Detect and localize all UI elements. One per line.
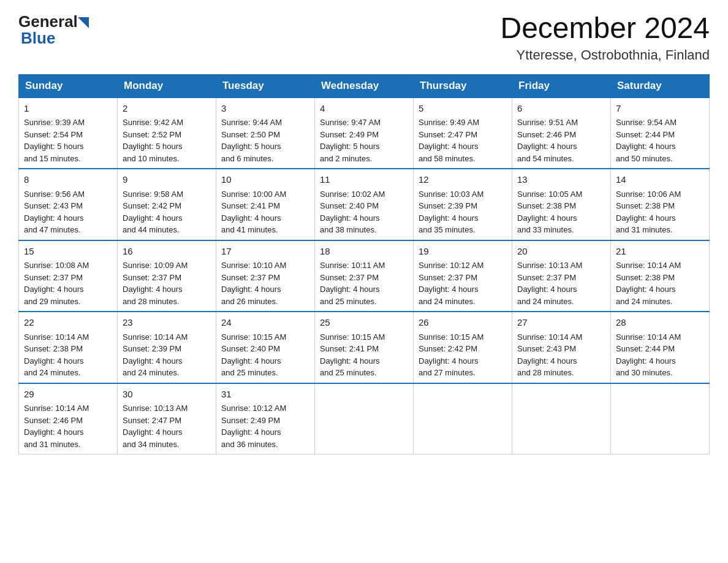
day-number: 15 xyxy=(24,245,112,259)
day-sunrise: Sunrise: 10:14 AM xyxy=(24,404,89,413)
day-daylight: Daylight: 4 hours xyxy=(320,285,380,294)
day-sunset: Sunset: 2:38 PM xyxy=(616,273,675,282)
day-number: 28 xyxy=(616,316,704,330)
day-sunset: Sunset: 2:47 PM xyxy=(123,416,181,425)
day-daylight2: and 29 minutes. xyxy=(24,297,81,306)
day-number: 31 xyxy=(221,388,309,402)
calendar-week-row: 15 Sunrise: 10:08 AM Sunset: 2:37 PM Day… xyxy=(19,240,710,312)
table-row: 27 Sunrise: 10:14 AM Sunset: 2:43 PM Day… xyxy=(512,312,611,383)
day-sunrise: Sunrise: 9:47 AM xyxy=(320,118,381,127)
day-sunset: Sunset: 2:38 PM xyxy=(517,201,576,210)
day-daylight: Daylight: 4 hours xyxy=(320,213,380,223)
col-thursday: Thursday xyxy=(414,74,512,98)
calendar-week-row: 8 Sunrise: 9:56 AM Sunset: 2:43 PM Dayli… xyxy=(19,169,710,240)
day-sunset: Sunset: 2:44 PM xyxy=(616,130,675,139)
day-daylight: Daylight: 4 hours xyxy=(517,142,577,151)
day-sunrise: Sunrise: 10:08 AM xyxy=(24,261,89,270)
day-number: 6 xyxy=(517,102,605,116)
table-row: 4 Sunrise: 9:47 AM Sunset: 2:49 PM Dayli… xyxy=(315,98,414,169)
table-row: 28 Sunrise: 10:14 AM Sunset: 2:44 PM Day… xyxy=(611,312,710,383)
day-number: 21 xyxy=(616,245,704,259)
day-number: 18 xyxy=(320,245,408,259)
day-number: 1 xyxy=(24,102,112,116)
day-number: 19 xyxy=(419,245,507,259)
day-sunrise: Sunrise: 10:02 AM xyxy=(320,190,385,199)
day-sunset: Sunset: 2:54 PM xyxy=(24,130,83,139)
calendar-week-row: 22 Sunrise: 10:14 AM Sunset: 2:38 PM Day… xyxy=(19,312,710,383)
day-number: 3 xyxy=(221,102,309,116)
day-daylight2: and 50 minutes. xyxy=(616,154,673,163)
col-sunday: Sunday xyxy=(19,74,118,98)
day-daylight2: and 2 minutes. xyxy=(320,154,372,163)
day-daylight: Daylight: 5 hours xyxy=(320,142,380,151)
day-daylight2: and 26 minutes. xyxy=(221,297,278,306)
day-daylight: Daylight: 4 hours xyxy=(616,142,676,151)
day-daylight: Daylight: 4 hours xyxy=(24,427,84,437)
table-row xyxy=(315,383,414,454)
day-daylight2: and 31 minutes. xyxy=(24,440,81,449)
col-saturday: Saturday xyxy=(611,74,710,98)
day-sunset: Sunset: 2:39 PM xyxy=(419,201,477,210)
calendar-week-row: 1 Sunrise: 9:39 AM Sunset: 2:54 PM Dayli… xyxy=(19,98,710,169)
day-daylight: Daylight: 4 hours xyxy=(123,213,183,223)
day-daylight2: and 54 minutes. xyxy=(517,154,574,163)
col-friday: Friday xyxy=(512,74,611,98)
day-daylight2: and 58 minutes. xyxy=(419,154,476,163)
table-row: 3 Sunrise: 9:44 AM Sunset: 2:50 PM Dayli… xyxy=(216,98,315,169)
day-sunrise: Sunrise: 9:44 AM xyxy=(221,118,282,127)
day-daylight: Daylight: 4 hours xyxy=(221,356,281,366)
day-sunrise: Sunrise: 9:54 AM xyxy=(616,118,677,127)
day-sunset: Sunset: 2:42 PM xyxy=(123,201,181,210)
day-sunset: Sunset: 2:40 PM xyxy=(221,344,280,353)
day-daylight: Daylight: 4 hours xyxy=(221,213,281,223)
day-sunrise: Sunrise: 10:12 AM xyxy=(221,404,286,413)
day-sunset: Sunset: 2:37 PM xyxy=(221,273,280,282)
day-number: 10 xyxy=(221,173,309,187)
table-row: 10 Sunrise: 10:00 AM Sunset: 2:41 PM Day… xyxy=(216,169,315,240)
day-sunset: Sunset: 2:37 PM xyxy=(320,273,379,282)
day-sunset: Sunset: 2:41 PM xyxy=(320,344,379,353)
day-sunset: Sunset: 2:37 PM xyxy=(419,273,477,282)
day-sunrise: Sunrise: 10:14 AM xyxy=(24,332,89,342)
logo-arrow-icon xyxy=(78,15,89,28)
day-number: 14 xyxy=(616,173,704,187)
day-daylight: Daylight: 4 hours xyxy=(419,285,479,294)
day-daylight: Daylight: 4 hours xyxy=(24,285,84,294)
table-row: 7 Sunrise: 9:54 AM Sunset: 2:44 PM Dayli… xyxy=(611,98,710,169)
table-row: 9 Sunrise: 9:58 AM Sunset: 2:42 PM Dayli… xyxy=(118,169,216,240)
day-sunrise: Sunrise: 9:58 AM xyxy=(123,190,183,199)
day-sunrise: Sunrise: 10:03 AM xyxy=(419,190,483,199)
day-number: 27 xyxy=(517,316,605,330)
day-number: 25 xyxy=(320,316,408,330)
day-sunset: Sunset: 2:37 PM xyxy=(123,273,181,282)
day-number: 11 xyxy=(320,173,408,187)
day-sunset: Sunset: 2:46 PM xyxy=(24,416,83,425)
day-number: 17 xyxy=(221,245,309,259)
day-sunrise: Sunrise: 10:11 AM xyxy=(320,261,385,270)
day-daylight: Daylight: 4 hours xyxy=(123,356,183,366)
table-row: 21 Sunrise: 10:14 AM Sunset: 2:38 PM Day… xyxy=(611,240,710,312)
day-sunrise: Sunrise: 10:13 AM xyxy=(517,261,582,270)
day-daylight: Daylight: 4 hours xyxy=(616,213,676,223)
day-number: 9 xyxy=(123,173,211,187)
table-row: 11 Sunrise: 10:02 AM Sunset: 2:40 PM Day… xyxy=(315,169,414,240)
day-sunset: Sunset: 2:43 PM xyxy=(24,201,83,210)
day-sunset: Sunset: 2:44 PM xyxy=(616,344,675,353)
day-sunrise: Sunrise: 10:05 AM xyxy=(517,190,582,199)
table-row: 29 Sunrise: 10:14 AM Sunset: 2:46 PM Day… xyxy=(19,383,118,454)
table-row: 30 Sunrise: 10:13 AM Sunset: 2:47 PM Day… xyxy=(118,383,216,454)
day-daylight: Daylight: 5 hours xyxy=(123,142,183,151)
day-sunset: Sunset: 2:39 PM xyxy=(123,344,181,353)
day-daylight: Daylight: 4 hours xyxy=(419,142,479,151)
day-daylight: Daylight: 4 hours xyxy=(517,285,577,294)
day-daylight: Daylight: 4 hours xyxy=(24,356,84,366)
table-row: 22 Sunrise: 10:14 AM Sunset: 2:38 PM Day… xyxy=(19,312,118,383)
col-monday: Monday xyxy=(118,74,216,98)
day-daylight2: and 25 minutes. xyxy=(320,297,377,306)
table-row: 17 Sunrise: 10:10 AM Sunset: 2:37 PM Day… xyxy=(216,240,315,312)
day-sunrise: Sunrise: 10:09 AM xyxy=(123,261,188,270)
day-daylight: Daylight: 4 hours xyxy=(24,213,84,223)
day-number: 22 xyxy=(24,316,112,330)
day-daylight2: and 27 minutes. xyxy=(419,368,476,377)
day-sunrise: Sunrise: 10:14 AM xyxy=(616,261,681,270)
